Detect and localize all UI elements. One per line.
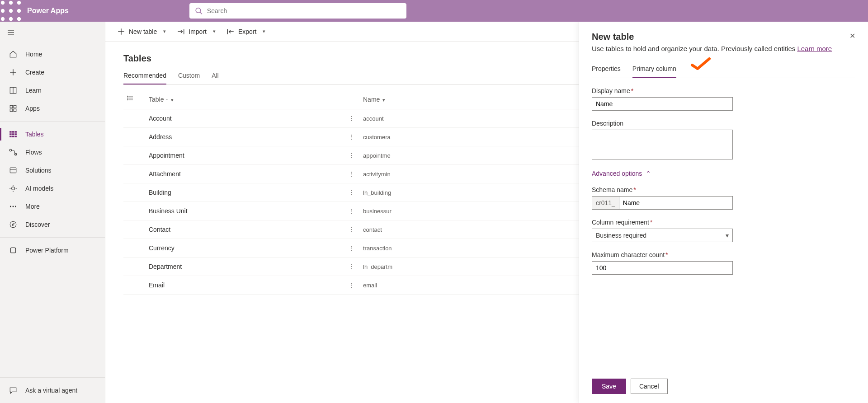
chevron-down-icon: ▾ [263, 28, 265, 34]
svg-rect-21 [14, 109, 16, 112]
svg-rect-29 [12, 136, 14, 137]
home-icon [9, 50, 17, 58]
flow-icon [9, 148, 17, 156]
nav-solutions[interactable]: Solutions [0, 161, 105, 179]
row-menu[interactable]: ⋮ [344, 146, 359, 165]
col-select[interactable] [123, 89, 145, 109]
row-menu[interactable]: ⋮ [344, 239, 359, 258]
tab-all[interactable]: All [212, 72, 219, 84]
ai-icon [9, 184, 17, 192]
row-menu[interactable]: ⋮ [344, 109, 359, 128]
svg-rect-19 [14, 105, 16, 108]
schema-prefix: cr011_ [592, 196, 619, 210]
nav-home[interactable]: Home [0, 45, 105, 63]
search-box[interactable] [189, 3, 406, 19]
row-menu[interactable]: ⋮ [344, 220, 359, 239]
save-button[interactable]: Save [592, 379, 626, 394]
close-icon[interactable]: ✕ [849, 32, 855, 40]
svg-point-55 [127, 98, 128, 98]
chevron-down-icon: ▾ [726, 232, 729, 239]
row-menu[interactable]: ⋮ [344, 128, 359, 146]
svg-rect-26 [12, 133, 14, 135]
row-menu[interactable]: ⋮ [344, 183, 359, 202]
cmd-import[interactable]: Import ▾ [175, 26, 217, 37]
row-table-name: Contact [145, 220, 344, 239]
platform-icon [9, 246, 17, 254]
plus-icon [117, 28, 125, 36]
svg-point-40 [10, 206, 11, 207]
app-brand[interactable]: Power Apps [22, 7, 74, 15]
svg-rect-27 [14, 133, 17, 135]
svg-point-7 [9, 17, 13, 21]
solutions-icon [9, 166, 17, 174]
column-requirement-select[interactable]: Business required ▾ [592, 229, 733, 242]
col-header-table[interactable]: Table↑▾ [145, 89, 344, 109]
nav-aimodels[interactable]: AI models [0, 179, 105, 197]
learn-more-link[interactable]: Learn more [797, 45, 832, 52]
tab-recommended[interactable]: Recommended [123, 72, 166, 84]
svg-rect-23 [12, 131, 14, 132]
max-chars-input[interactable] [592, 261, 733, 275]
row-menu[interactable]: ⋮ [344, 202, 359, 220]
chevron-up-icon: ⌃ [646, 170, 651, 177]
display-name-input[interactable] [592, 97, 733, 111]
svg-line-10 [200, 12, 202, 14]
svg-point-9 [196, 8, 201, 13]
row-menu[interactable]: ⋮ [344, 165, 359, 183]
nav-discover[interactable]: Discover [0, 216, 105, 234]
svg-rect-28 [9, 136, 12, 137]
tab-custom[interactable]: Custom [178, 72, 200, 84]
svg-rect-33 [10, 168, 16, 173]
panel-tab-properties[interactable]: Properties [592, 65, 621, 78]
nav-apps[interactable]: Apps [0, 99, 105, 117]
waffle-menu[interactable] [0, 0, 22, 22]
svg-point-5 [17, 9, 21, 13]
nav-create[interactable]: Create [0, 63, 105, 81]
nav-label: Home [25, 51, 42, 58]
advanced-options-toggle[interactable]: Advanced options ⌃ [592, 170, 855, 177]
schema-name-label: Schema name* [592, 186, 855, 193]
nav-label: Tables [25, 131, 43, 138]
svg-rect-44 [10, 248, 15, 253]
description-label: Description [592, 120, 855, 127]
svg-point-54 [127, 96, 128, 97]
nav-tables[interactable]: Tables [0, 125, 105, 143]
cmd-export[interactable]: Export ▾ [225, 26, 267, 37]
nav-label: Learn [25, 87, 42, 94]
row-table-name: Account [145, 109, 344, 128]
max-chars-label: Maximum character count* [592, 251, 855, 258]
sort-asc-icon: ↑ [165, 97, 168, 103]
nav-label: Flows [25, 149, 42, 156]
row-menu[interactable]: ⋮ [344, 258, 359, 276]
panel-tabs: Properties Primary column [592, 65, 855, 78]
schema-name-input[interactable] [619, 196, 733, 210]
panel-tab-primary-column[interactable]: Primary column [632, 65, 676, 78]
nav-learn[interactable]: Learn [0, 81, 105, 99]
nav-label: Ask a virtual agent [25, 387, 77, 394]
search-input[interactable] [207, 7, 401, 14]
row-menu[interactable]: ⋮ [344, 276, 359, 295]
nav-toggle[interactable] [0, 22, 105, 43]
new-table-panel: New table ✕ Use tables to hold and organ… [579, 22, 868, 403]
svg-point-6 [1, 17, 5, 21]
cmd-label: Export [238, 28, 256, 35]
description-input[interactable] [592, 130, 733, 159]
nav-ask-agent[interactable]: Ask a virtual agent [0, 381, 105, 399]
app-header: Power Apps [0, 0, 868, 22]
nav-power-platform[interactable]: Power Platform [0, 241, 105, 259]
svg-point-1 [9, 1, 13, 5]
cancel-button[interactable]: Cancel [631, 379, 668, 394]
row-table-name: Business Unit [145, 202, 344, 220]
nav-more[interactable]: More [0, 197, 105, 216]
row-table-name: Currency [145, 239, 344, 258]
nav-label: Power Platform [25, 247, 69, 254]
svg-point-43 [10, 221, 16, 228]
chat-icon [9, 386, 17, 394]
svg-rect-24 [14, 131, 17, 132]
column-requirement-label: Column requirement* [592, 219, 855, 226]
svg-point-42 [15, 206, 16, 207]
svg-rect-22 [9, 131, 12, 132]
cmd-new-table[interactable]: New table ▾ [115, 26, 168, 37]
svg-point-31 [9, 149, 12, 151]
nav-flows[interactable]: Flows [0, 143, 105, 161]
